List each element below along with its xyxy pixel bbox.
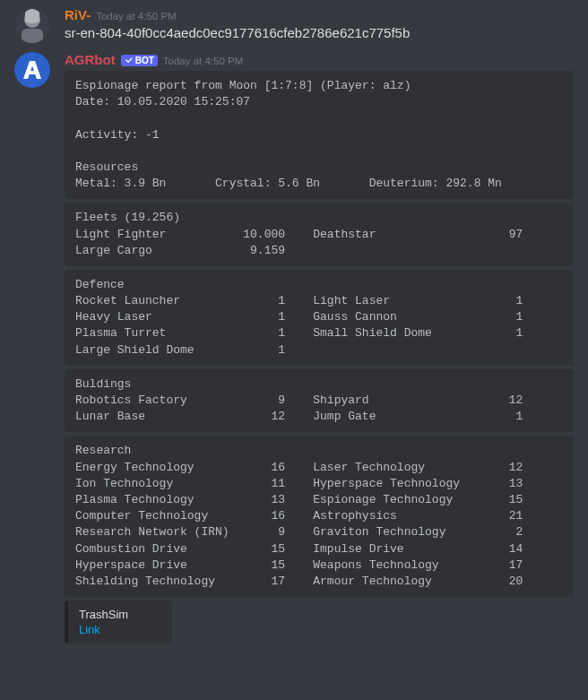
trashsim-title: TrashSim <box>79 608 161 621</box>
embed-trashsim: TrashSim Link <box>65 601 172 644</box>
avatar-riv[interactable] <box>14 7 50 43</box>
timestamp-riv: Today at 4:50 PM <box>96 11 177 22</box>
bot-tag-label: BOT <box>135 56 154 65</box>
username-agrbot[interactable]: AGRbot <box>65 52 116 67</box>
embed-research: Research Energy Technology 16 Laser Tech… <box>65 436 574 597</box>
bot-tag: BOT <box>121 55 158 66</box>
embed-header: Espionage report from Moon [1:7:8] (Play… <box>65 71 574 199</box>
svg-rect-2 <box>22 29 43 43</box>
username-riv[interactable]: RiV- <box>65 7 91 22</box>
svg-rect-3 <box>14 52 50 88</box>
timestamp-agrbot: Today at 4:50 PM <box>163 56 244 66</box>
message-content-riv: sr-en-804-40f0cc4aedc0ec9177616cfeb2786e… <box>65 23 574 42</box>
avatar-agrbot[interactable] <box>14 52 50 88</box>
verified-check-icon <box>125 56 134 65</box>
embed-buildings: Buldings Robotics Factory 9 Shipyard 12 … <box>65 369 574 433</box>
message-riv: RiV- Today at 4:50 PM sr-en-804-40f0cc4a… <box>0 0 588 45</box>
embed-defence: Defence Rocket Launcher 1 Light Laser 1 … <box>65 270 574 366</box>
message-agrbot: AGRbot BOT Today at 4:50 PM Espionage re… <box>0 45 588 645</box>
embed-fleets: Fleets (19.256) Light Fighter 10.000 Dea… <box>65 203 574 266</box>
trashsim-link[interactable]: Link <box>79 623 161 636</box>
